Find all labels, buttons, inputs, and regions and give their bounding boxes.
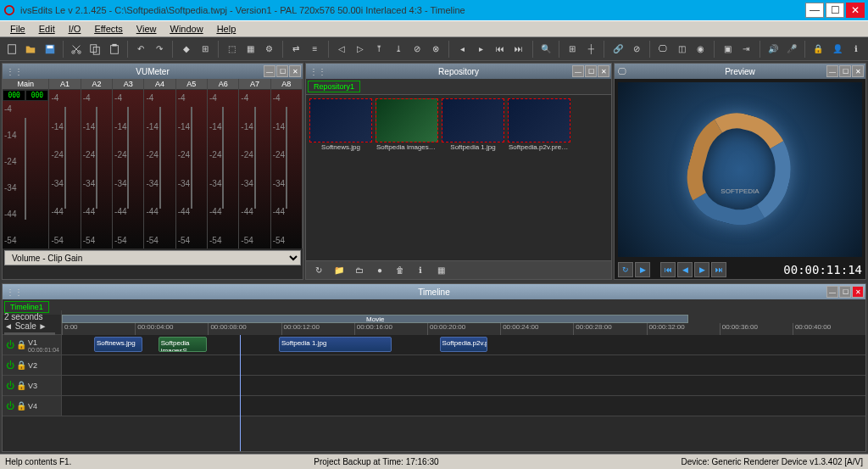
vu-fader[interactable]	[64, 107, 66, 209]
tool-dual-icon[interactable]: ◫	[673, 40, 690, 59]
tool-unlink-icon[interactable]: ⊘	[628, 40, 645, 59]
menu-window[interactable]: Window	[164, 22, 210, 36]
tool-align-icon[interactable]: ≡	[306, 40, 323, 59]
volume-dropdown[interactable]: Volume - Clip Gain	[4, 250, 301, 265]
maximize-button[interactable]: ☐	[826, 3, 844, 18]
tool-scope-icon[interactable]: ◉	[693, 40, 709, 59]
preview-loop-icon[interactable]: ↻	[618, 262, 633, 277]
tool-clear-in-icon[interactable]: ⊘	[409, 40, 426, 59]
track-content[interactable]	[62, 396, 865, 416]
panel-max-button[interactable]: ☐	[585, 65, 597, 77]
vu-fader[interactable]	[254, 107, 256, 209]
preview-prev-icon[interactable]: ◀	[677, 262, 693, 277]
repository-item[interactable]: Softpedia.p2v.preview.jpg	[508, 98, 570, 152]
vumeter-header[interactable]: ⋮⋮ VUMeter — ☐ ✕	[3, 64, 303, 79]
track-enable-icon[interactable]: ⏻	[6, 340, 14, 349]
tool-render-icon[interactable]: ▣	[719, 40, 736, 59]
timeline-clip[interactable]: Softpedia imagesS	[159, 337, 207, 352]
menu-edit[interactable]: Edit	[32, 22, 62, 36]
tool-link-icon[interactable]: 🔗	[609, 40, 626, 59]
tool-audio-icon[interactable]: 🔊	[764, 40, 781, 59]
vu-fader[interactable]	[25, 118, 26, 220]
panel-close-button[interactable]: ✕	[852, 286, 864, 298]
vu-track[interactable]: A5 -4-14-24-34-44-54	[176, 79, 208, 248]
tool-snap-icon[interactable]: ⊞	[197, 40, 214, 59]
tool-replace-icon[interactable]: ⇄	[287, 40, 304, 59]
tool-lock-icon[interactable]: 🔒	[810, 40, 826, 59]
repository-tab[interactable]: Repository1	[308, 81, 360, 92]
track-header[interactable]: ⏻ 🔒 V100:00:01:04	[3, 335, 62, 355]
tool-redo-icon[interactable]: ↷	[151, 40, 168, 59]
track-content[interactable]: Softnews.jpgSoftpedia imagesSSoftpedia 1…	[62, 335, 865, 355]
menu-effects[interactable]: Effects	[87, 22, 129, 36]
vu-fader[interactable]	[222, 107, 224, 209]
menu-help[interactable]: Help	[210, 22, 243, 36]
tool-insert-icon[interactable]: ⬚	[223, 40, 240, 59]
timeline-clip[interactable]: Softpedia.p2v.pr	[440, 337, 488, 352]
tool-prev-icon[interactable]: ◂	[453, 40, 470, 59]
track-enable-icon[interactable]: ⏻	[6, 381, 14, 390]
track-content[interactable]	[62, 355, 865, 375]
vu-track[interactable]: A1 -4-14-24-34-44-54	[49, 79, 81, 248]
preview-viewport[interactable]: SOFTPEDIA	[618, 82, 862, 257]
track-content[interactable]	[62, 376, 865, 395]
track-lock-icon[interactable]: 🔒	[16, 340, 26, 349]
tool-undo-icon[interactable]: ↶	[132, 40, 149, 59]
panel-close-button[interactable]: ✕	[852, 65, 864, 77]
preview-first-icon[interactable]: ⏮	[660, 262, 676, 277]
vu-track[interactable]: A8 -4-14-24-34-44-54	[271, 79, 303, 248]
tool-out-icon[interactable]: ▷	[352, 40, 369, 59]
panel-close-button[interactable]: ✕	[598, 65, 609, 77]
vu-fader[interactable]	[191, 107, 192, 209]
vu-fader[interactable]	[159, 107, 161, 209]
panel-close-button[interactable]: ✕	[289, 65, 301, 77]
tool-info-icon[interactable]: ℹ	[848, 40, 865, 59]
playhead[interactable]	[240, 335, 241, 451]
repo-view-icon[interactable]: ▦	[431, 261, 450, 280]
close-button[interactable]: ✕	[846, 3, 865, 18]
track-header[interactable]: ⏻ 🔒 V3	[3, 376, 62, 395]
tool-export-icon[interactable]: ⇥	[737, 40, 754, 59]
tool-goto-in-icon[interactable]: ⤒	[370, 40, 387, 59]
repository-item[interactable]: Softpedia imagesSoftpedia.fo	[376, 98, 438, 152]
tool-zoom-icon[interactable]: 🔍	[537, 40, 554, 59]
track-lock-icon[interactable]: 🔒	[16, 381, 26, 390]
tool-in-icon[interactable]: ◁	[332, 40, 349, 59]
tool-new-icon[interactable]	[3, 40, 20, 59]
repo-refresh-icon[interactable]: ↻	[309, 261, 328, 280]
preview-play-icon[interactable]: ▶	[635, 262, 650, 277]
tool-user-icon[interactable]: 👤	[828, 40, 845, 59]
menu-io[interactable]: I/O	[62, 22, 88, 36]
tool-save-icon[interactable]	[42, 40, 58, 59]
timeline-header[interactable]: ⋮⋮ Timeline — ☐ ✕	[3, 284, 865, 299]
panel-min-button[interactable]: —	[572, 65, 584, 77]
tool-paste-icon[interactable]	[106, 40, 123, 59]
track-lock-icon[interactable]: 🔒	[16, 360, 26, 370]
vu-fader[interactable]	[286, 107, 287, 209]
repository-item[interactable]: Softnews.jpg	[309, 98, 372, 152]
minimize-button[interactable]: —	[805, 3, 824, 18]
repository-item[interactable]: Softpedia 1.jpg	[442, 98, 504, 152]
track-lock-icon[interactable]: 🔒	[16, 401, 26, 410]
tool-cut-icon[interactable]	[68, 40, 85, 59]
titlebar[interactable]: ivsEdits Le v 2.1.425 - C:\Softpedia\Sof…	[0, 0, 868, 20]
repo-delete-icon[interactable]: 🗑	[391, 261, 409, 280]
timeline-clip[interactable]: Softnews.jpg	[94, 337, 142, 352]
tool-grid-icon[interactable]: ⊞	[564, 40, 581, 59]
timeline-clip[interactable]: Softpedia 1.jpg	[279, 337, 392, 352]
repo-folder-icon[interactable]: 🗀	[350, 261, 369, 280]
menu-file[interactable]: File	[3, 22, 32, 36]
vu-track[interactable]: A6 -4-14-24-34-44-54	[208, 79, 239, 248]
repository-header[interactable]: ⋮⋮ Repository — ☐ ✕	[306, 64, 611, 79]
tool-marker-icon[interactable]: ◆	[177, 40, 194, 59]
tool-open-icon[interactable]	[22, 40, 39, 59]
track-header[interactable]: ⏻ 🔒 V2	[3, 355, 62, 375]
panel-min-button[interactable]: —	[826, 286, 838, 298]
tool-next-icon[interactable]: ▸	[473, 40, 490, 59]
panel-min-button[interactable]: —	[826, 65, 838, 77]
vu-fader[interactable]	[127, 107, 129, 209]
tool-mic-icon[interactable]: 🎤	[783, 40, 800, 59]
tool-monitor-icon[interactable]: 🖵	[654, 40, 671, 59]
movie-bar[interactable]: Movie	[62, 315, 688, 323]
tool-first-icon[interactable]: ⏮	[492, 40, 509, 59]
